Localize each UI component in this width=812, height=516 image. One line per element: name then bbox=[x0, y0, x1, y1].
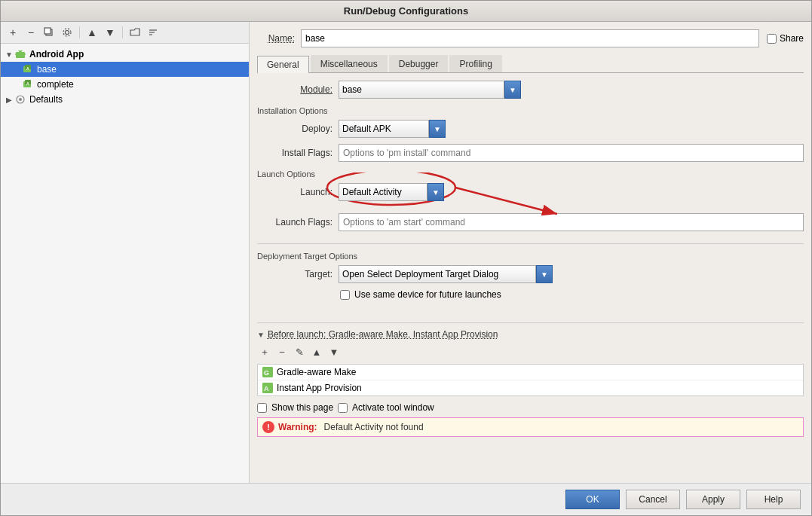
dialog-title: Run/Debug Configurations bbox=[344, 5, 468, 17]
share-checkbox[interactable] bbox=[767, 34, 777, 44]
deployment-target-label: Deployment Target Options bbox=[257, 252, 804, 261]
tab-debugger[interactable]: Debugger bbox=[389, 55, 449, 72]
folder-button[interactable] bbox=[127, 25, 142, 40]
tree-toggle-defaults[interactable]: ▶ bbox=[4, 94, 14, 105]
module-label: Module: bbox=[257, 84, 332, 95]
launch-dropdown-button[interactable]: ▼ bbox=[427, 183, 444, 201]
cancel-button[interactable]: Cancel bbox=[626, 490, 680, 509]
gradle-icon: G bbox=[262, 367, 273, 377]
svg-rect-1 bbox=[44, 28, 51, 34]
tree-group-android-app[interactable]: ▼ Android App bbox=[1, 47, 249, 62]
tab-profiling[interactable]: Profiling bbox=[449, 55, 501, 72]
tabs-bar: General Miscellaneous Debugger Profiling bbox=[257, 55, 804, 73]
launch-row: Launch: Default Activity Specified Activ… bbox=[257, 183, 804, 201]
tab-miscellaneous[interactable]: Miscellaneous bbox=[311, 55, 388, 72]
installation-options-label: Installation Options bbox=[257, 106, 804, 115]
install-flags-input[interactable] bbox=[339, 144, 804, 162]
before-launch-toolbar: + − ✎ ▲ ▼ bbox=[257, 344, 804, 359]
gradle-make-label: Gradle-aware Make bbox=[277, 367, 356, 377]
apply-button[interactable]: Apply bbox=[686, 490, 740, 509]
same-device-label: Use same device for future launches bbox=[354, 289, 501, 300]
remove-config-button[interactable]: − bbox=[23, 25, 38, 40]
show-page-row: Show this page Activate tool window bbox=[257, 402, 804, 413]
module-dropdown-button[interactable]: ▼ bbox=[504, 81, 521, 99]
launch-options-label: Launch Options bbox=[257, 169, 804, 179]
copy-config-button[interactable] bbox=[41, 25, 57, 40]
deploy-label: Deploy: bbox=[257, 124, 332, 134]
same-device-checkbox[interactable] bbox=[340, 290, 350, 300]
move-down-button[interactable]: ▼ bbox=[103, 25, 118, 40]
name-row: Name: Share bbox=[257, 29, 804, 47]
module-dropdown-wrapper: base ▼ bbox=[339, 81, 521, 99]
defaults-label: Defaults bbox=[29, 94, 63, 105]
left-panel: + − ▲ ▼ bbox=[1, 22, 250, 483]
divider1 bbox=[257, 243, 804, 244]
show-page-checkbox[interactable] bbox=[257, 403, 267, 413]
target-dropdown[interactable]: Open Select Deployment Target Dialog USB… bbox=[339, 265, 536, 283]
tree-item-defaults[interactable]: ▶ Defaults bbox=[1, 92, 249, 107]
move-up-button[interactable]: ▲ bbox=[84, 25, 100, 40]
launch-dropdown-wrapper: Default Activity Specified Activity Noth… bbox=[339, 183, 444, 201]
list-item-instant-app[interactable]: A Instant App Provision bbox=[258, 380, 803, 395]
install-flags-label: Install Flags: bbox=[257, 148, 332, 158]
svg-point-10 bbox=[22, 51, 23, 53]
separator bbox=[79, 26, 80, 38]
warning-icon: ! bbox=[262, 421, 274, 433]
android-app-label: Android App bbox=[29, 49, 84, 60]
svg-text:A: A bbox=[264, 385, 269, 392]
svg-point-2 bbox=[66, 31, 69, 35]
deploy-dropdown-button[interactable]: ▼ bbox=[429, 120, 446, 138]
target-dropdown-wrapper: Open Select Deployment Target Dialog USB… bbox=[339, 265, 553, 283]
target-label: Target: bbox=[257, 269, 332, 279]
add-config-button[interactable]: + bbox=[5, 25, 20, 40]
defaults-icon bbox=[14, 93, 26, 105]
tree-toggle-android[interactable]: ▼ bbox=[4, 49, 14, 60]
before-launch-section: ▼ Before launch: Gradle-aware Make, Inst… bbox=[257, 322, 804, 437]
launch-flags-input[interactable] bbox=[339, 213, 804, 231]
svg-text:A: A bbox=[26, 66, 29, 71]
sort-button[interactable] bbox=[146, 25, 161, 40]
svg-text:G: G bbox=[264, 369, 269, 377]
warning-row: ! Warning: Default Activity not found bbox=[257, 417, 804, 437]
before-launch-header: ▼ Before launch: Gradle-aware Make, Inst… bbox=[257, 329, 804, 340]
settings-button[interactable] bbox=[60, 25, 75, 40]
launch-label: Launch: bbox=[257, 187, 332, 197]
deploy-dropdown-wrapper: Default APK APK from app bundle Nothing … bbox=[339, 120, 446, 138]
ok-button[interactable]: OK bbox=[565, 490, 620, 509]
separator2 bbox=[122, 26, 123, 38]
tree-item-base[interactable]: A base bbox=[1, 62, 249, 77]
tree-item-complete[interactable]: A complete bbox=[1, 77, 249, 92]
before-launch-add-button[interactable]: + bbox=[257, 344, 272, 359]
share-label: Share bbox=[780, 33, 804, 44]
share-row: Share bbox=[767, 33, 804, 44]
show-page-label: Show this page bbox=[271, 402, 333, 413]
base-config-icon: A bbox=[22, 63, 34, 75]
before-launch-up-button[interactable]: ▲ bbox=[309, 344, 324, 359]
tab-general[interactable]: General bbox=[257, 56, 309, 73]
warning-prefix: Warning: bbox=[278, 422, 317, 432]
deploy-dropdown[interactable]: Default APK APK from app bundle Nothing bbox=[339, 120, 429, 138]
run-debug-configurations-dialog: Run/Debug Configurations + − ▲ ▼ bbox=[0, 0, 812, 516]
base-label: base bbox=[37, 64, 57, 75]
main-content: + − ▲ ▼ bbox=[1, 22, 811, 483]
activate-tool-checkbox[interactable] bbox=[338, 403, 348, 413]
svg-point-9 bbox=[18, 51, 20, 53]
config-tree: ▼ Android App bbox=[1, 44, 249, 483]
list-item-gradle[interactable]: G Gradle-aware Make bbox=[258, 365, 803, 380]
launch-dropdown[interactable]: Default Activity Specified Activity Noth… bbox=[339, 183, 427, 201]
title-bar: Run/Debug Configurations bbox=[1, 1, 811, 22]
help-button[interactable]: Help bbox=[746, 490, 801, 509]
before-launch-down-button[interactable]: ▼ bbox=[326, 344, 342, 359]
launch-flags-row: Launch Flags: bbox=[257, 213, 804, 231]
target-dropdown-button[interactable]: ▼ bbox=[536, 265, 553, 283]
before-launch-remove-button[interactable]: − bbox=[274, 344, 290, 359]
before-launch-toggle[interactable]: ▼ bbox=[257, 331, 265, 339]
svg-point-3 bbox=[63, 29, 71, 36]
left-toolbar: + − ▲ ▼ bbox=[1, 22, 249, 44]
launch-flags-label: Launch Flags: bbox=[257, 217, 332, 227]
before-launch-edit-button[interactable]: ✎ bbox=[292, 344, 307, 359]
deploy-row: Deploy: Default APK APK from app bundle … bbox=[257, 120, 804, 138]
module-dropdown[interactable]: base bbox=[339, 81, 504, 99]
name-input[interactable] bbox=[301, 29, 759, 47]
before-launch-label: Before launch: Gradle-aware Make, Instan… bbox=[268, 329, 498, 340]
